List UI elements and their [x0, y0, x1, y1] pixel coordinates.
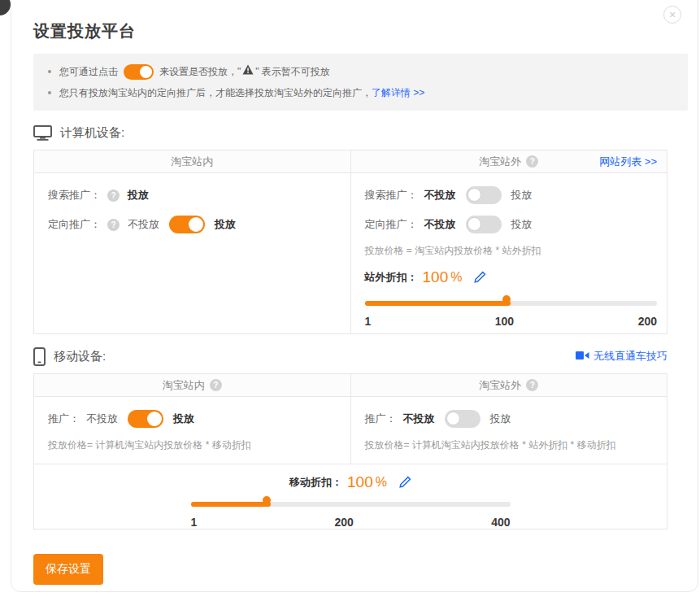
- link-label: 无线直通车技巧: [593, 349, 667, 364]
- page-title: 设置投放平台: [33, 20, 698, 42]
- notice-line-1: 您可通过点击 来设置是否投放，" " 表示暂不可投放: [45, 63, 676, 81]
- option-on-label: 投放: [511, 217, 533, 232]
- notice-box: 您可通过点击 来设置是否投放，" " 表示暂不可投放 您只有投放淘宝站内的定向推…: [33, 54, 688, 111]
- option-off-label: 不投放: [424, 217, 456, 232]
- section-label: 计算机设备:: [60, 125, 124, 141]
- background-circle: [0, 0, 11, 15]
- discount-label: 移动折扣：: [289, 475, 342, 490]
- computer-icon: [33, 125, 52, 141]
- price-formula: 投放价格= 计算机淘宝站内投放价格 * 移动折扣: [48, 439, 341, 451]
- mobile-discount-line: 移动折扣： 100 %: [34, 472, 667, 492]
- option-off-label: 不投放: [86, 412, 118, 426]
- price-formula: 投放价格= 计算机淘宝站内投放价格 * 站外折扣 * 移动折扣: [365, 439, 658, 451]
- computer-onsite-cell: 搜索推广： ? 投放 定向推广： ? 不投放 投放: [34, 173, 350, 333]
- learn-more-link[interactable]: 了解详情 >>: [372, 84, 424, 102]
- mobile-onsite-toggle[interactable]: [128, 410, 163, 428]
- option-off-label: 不投放: [128, 217, 159, 232]
- wireless-tips-link[interactable]: 无线直通车技巧: [576, 349, 667, 364]
- discount-unit: %: [450, 270, 462, 285]
- computer-platform-table: 淘宝站内 淘宝站外 ? 网站列表 >> 搜索推广： ? 投放 定向推广： ? 不…: [33, 150, 667, 334]
- help-icon[interactable]: ?: [107, 190, 120, 202]
- computer-section-header: 计算机设备:: [33, 124, 667, 142]
- header-taobao-onsite: 淘宝站内 ?: [34, 374, 350, 396]
- option-off-label: 不投放: [424, 188, 456, 203]
- notice-line-2: 您只有投放淘宝站内的定向推广后，才能选择投放淘宝站外的定向推广， 了解详情 >>: [45, 84, 676, 102]
- mobile-offsite-cell: 推广： 不投放 投放 投放价格= 计算机淘宝站内投放价格 * 站外折扣 * 移动…: [350, 397, 667, 464]
- slider-fill: [365, 301, 511, 306]
- table-header: 淘宝站内 ? 淘宝站外 ?: [34, 374, 667, 397]
- slider-ticks: 1 100 200: [365, 315, 658, 328]
- toggle-knob: [140, 66, 152, 78]
- search-promo-toggle[interactable]: [466, 186, 502, 204]
- discount-value: 100: [423, 268, 449, 286]
- bullet-dot: [48, 70, 51, 73]
- help-icon[interactable]: ?: [107, 219, 120, 231]
- edit-pencil-icon[interactable]: [398, 476, 411, 489]
- mobile-onsite-cell: 推广： 不投放 投放 投放价格= 计算机淘宝站内投放价格 * 移动折扣: [34, 397, 350, 464]
- tick-max: 400: [491, 516, 510, 529]
- mobile-discount-row: 移动折扣： 100 % 1 200 400: [34, 464, 667, 529]
- mobile-platform-table: 淘宝站内 ? 淘宝站外 ? 推广： 不投放 投放 投放价格= 计算机淘宝站内投放…: [33, 373, 667, 529]
- targeted-promo-row: 定向推广： 不投放 投放: [365, 216, 658, 233]
- option-on-label: 投放: [511, 188, 533, 203]
- row-label: 推广：: [48, 412, 80, 426]
- example-toggle[interactable]: [124, 64, 154, 80]
- option-on-label: 投放: [215, 217, 236, 232]
- header-label: 淘宝站外: [479, 155, 521, 169]
- targeted-promo-toggle[interactable]: [466, 216, 502, 233]
- price-formula: 投放价格 = 淘宝站内投放价格 * 站外折扣: [365, 245, 658, 257]
- mobile-phone-icon: [33, 347, 46, 366]
- save-settings-button[interactable]: 保存设置: [33, 554, 103, 585]
- toggle-knob: [189, 217, 203, 232]
- slider-ticks: 1 200 400: [191, 516, 511, 529]
- row-label: 搜索推广：: [365, 188, 418, 203]
- header-label: 淘宝站内: [171, 155, 213, 169]
- toggle-knob: [446, 412, 460, 425]
- row-label: 推广：: [365, 412, 397, 426]
- header-taobao-offsite: 淘宝站外 ?: [350, 374, 667, 396]
- option-on-label: 投放: [173, 412, 194, 426]
- mobile-section-header: 移动设备: 无线直通车技巧: [33, 347, 667, 365]
- row-label: 定向推广：: [365, 217, 418, 232]
- help-icon[interactable]: ?: [210, 379, 222, 391]
- promo-row: 推广： 不投放 投放: [48, 410, 341, 428]
- tick-mid: 100: [495, 315, 514, 328]
- tick-max: 200: [638, 315, 657, 328]
- close-button[interactable]: ×: [663, 6, 681, 24]
- section-label: 移动设备:: [54, 349, 106, 364]
- targeted-promo-toggle[interactable]: [169, 216, 205, 233]
- slider-knob[interactable]: [263, 496, 271, 504]
- header-taobao-offsite: 淘宝站外 ? 网站列表 >>: [350, 150, 667, 172]
- help-icon[interactable]: ?: [526, 155, 538, 168]
- warning-icon: [242, 63, 254, 81]
- search-promo-row: 搜索推广： 不投放 投放: [365, 186, 658, 204]
- site-list-link[interactable]: 网站列表 >>: [599, 155, 657, 169]
- notice-text: 来设置是否投放，": [159, 63, 241, 81]
- tick-min: 1: [365, 315, 372, 328]
- video-camera-icon: [576, 351, 589, 363]
- tick-mid: 200: [335, 516, 354, 529]
- notice-text: " 表示暂不可投放: [255, 63, 330, 81]
- mobile-discount-slider: [191, 496, 511, 512]
- table-body: 推广： 不投放 投放 投放价格= 计算机淘宝站内投放价格 * 移动折扣 推广： …: [34, 397, 667, 464]
- close-icon: ×: [669, 8, 676, 21]
- offsite-discount-line: 站外折扣： 100 %: [365, 267, 658, 287]
- discount-value: 100: [347, 473, 373, 491]
- edit-pencil-icon[interactable]: [473, 271, 486, 284]
- mobile-offsite-toggle[interactable]: [445, 410, 480, 428]
- search-promo-row: 搜索推广： ? 投放: [48, 186, 341, 204]
- table-header: 淘宝站内 淘宝站外 ? 网站列表 >>: [34, 150, 667, 173]
- notice-text: 您可通过点击: [59, 63, 118, 81]
- discount-label: 站外折扣：: [365, 270, 418, 285]
- help-icon[interactable]: ?: [526, 379, 538, 391]
- discount-unit: %: [376, 475, 387, 490]
- status-value: 投放: [128, 188, 149, 203]
- targeted-promo-row: 定向推广： ? 不投放 投放: [48, 216, 341, 233]
- bullet-dot: [48, 91, 51, 94]
- option-off-label: 不投放: [403, 412, 435, 426]
- offsite-discount-slider: [365, 295, 658, 312]
- row-label: 定向推广：: [48, 217, 101, 232]
- header-label: 淘宝站内: [163, 378, 205, 393]
- toggle-knob: [467, 217, 481, 231]
- table-body: 搜索推广： ? 投放 定向推广： ? 不投放 投放 搜索推广： 不投放 投放: [34, 173, 667, 333]
